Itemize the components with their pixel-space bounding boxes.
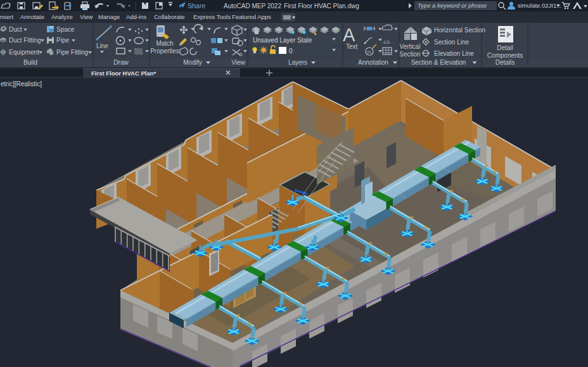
svg-text:Details: Details: [495, 59, 515, 66]
svg-text:etric][Realistic]: etric][Realistic]: [1, 80, 42, 87]
svg-text:Type a keyword or phrase: Type a keyword or phrase: [418, 2, 487, 9]
svg-text:Properties: Properties: [150, 48, 179, 55]
svg-text:Annotation: Annotation: [358, 59, 388, 66]
svg-text:AutoCAD MEP 2022: AutoCAD MEP 2022: [224, 3, 281, 10]
svg-text:View: View: [80, 13, 93, 20]
svg-text:Section & Elevation: Section & Elevation: [411, 59, 466, 66]
svg-text:View: View: [231, 59, 245, 66]
svg-text:Share: Share: [188, 2, 205, 10]
svg-text:Match: Match: [156, 40, 173, 47]
svg-text:Modify: Modify: [183, 59, 201, 66]
svg-text:Section: Section: [399, 51, 420, 58]
svg-text:Layers: Layers: [288, 59, 307, 66]
svg-text:Build: Build: [23, 59, 37, 66]
svg-text:First Floor HVAC Plan*: First Floor HVAC Plan*: [91, 70, 157, 77]
svg-text:Analyze: Analyze: [51, 13, 73, 20]
svg-text:First Floor HVAC Plan.dwg: First Floor HVAC Plan.dwg: [284, 3, 359, 10]
svg-text:Equipment: Equipment: [9, 49, 39, 56]
svg-text:nsert: nsert: [0, 13, 13, 20]
svg-text:Components: Components: [487, 52, 523, 59]
svg-text:01: 01: [368, 50, 372, 54]
svg-text:Duct Fitting: Duct Fitting: [9, 37, 41, 44]
svg-text:Unsaved Layer State: Unsaved Layer State: [253, 37, 312, 44]
svg-text:Vertical: Vertical: [400, 43, 421, 50]
svg-text:Pipe Fitting: Pipe Fitting: [56, 49, 88, 56]
svg-text:Annotate: Annotate: [20, 13, 44, 20]
svg-text:Line: Line: [96, 42, 108, 49]
svg-text:0: 0: [289, 48, 293, 55]
svg-text:Draw: Draw: [113, 59, 129, 66]
svg-text:Detail: Detail: [497, 44, 513, 51]
svg-text:Space: Space: [56, 26, 75, 33]
svg-text:Manage: Manage: [98, 13, 120, 20]
svg-text:Collaborate: Collaborate: [154, 13, 185, 20]
svg-text:Text: Text: [346, 43, 358, 50]
svg-text:-L0-: -L0-: [382, 39, 392, 45]
svg-text:Horizontal Section: Horizontal Section: [434, 27, 485, 34]
svg-text:Pipe: Pipe: [56, 37, 69, 44]
svg-text:Express Tools: Express Tools: [193, 13, 231, 20]
svg-text:Section Line: Section Line: [434, 39, 469, 46]
svg-text:Add-ins: Add-ins: [126, 13, 146, 20]
svg-text:A: A: [343, 25, 355, 45]
svg-text:Featured Apps: Featured Apps: [232, 13, 271, 20]
svg-text:Duct: Duct: [9, 26, 22, 33]
svg-text:simulate.02JI1...: simulate.02JI1...: [518, 2, 561, 9]
svg-text:Elevation Line: Elevation Line: [434, 50, 474, 57]
